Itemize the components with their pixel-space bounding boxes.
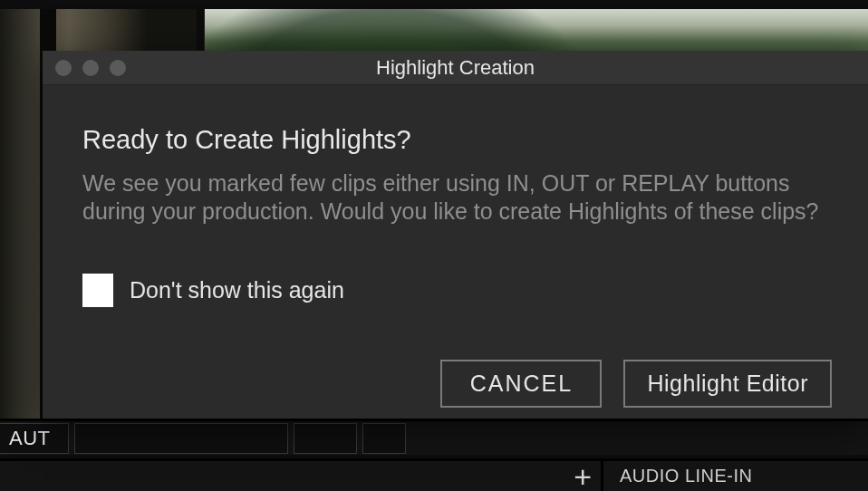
toolbar-slot-2[interactable] xyxy=(294,423,357,454)
dialog-description: We see you marked few clips either using… xyxy=(82,169,826,226)
dialog-actions: CANCEL Highlight Editor xyxy=(440,360,832,408)
cancel-button[interactable]: CANCEL xyxy=(440,360,602,408)
aut-button[interactable]: AUT xyxy=(0,423,69,454)
aut-label: AUT xyxy=(9,427,51,450)
toolbar-slot-1[interactable] xyxy=(74,423,288,454)
dialog-body: Ready to Create Highlights? We see you m… xyxy=(43,85,868,307)
dont-show-again-label: Don't show this again xyxy=(130,277,344,303)
timeline-area: + xyxy=(0,460,603,492)
minimize-icon[interactable] xyxy=(82,60,99,76)
highlight-editor-button[interactable]: Highlight Editor xyxy=(623,360,832,408)
audio-line-in-button[interactable]: AUDIO LINE-IN xyxy=(603,460,868,492)
audio-line-in-label: AUDIO LINE-IN xyxy=(620,466,753,486)
dont-show-again-checkbox[interactable] xyxy=(82,274,113,307)
dialog-titlebar: Highlight Creation xyxy=(43,51,868,85)
close-icon[interactable] xyxy=(55,60,72,76)
dont-show-again-row: Don't show this again xyxy=(82,274,826,307)
toolbar-slot-3[interactable] xyxy=(362,423,406,454)
window-controls xyxy=(55,60,126,76)
dialog-title: Highlight Creation xyxy=(43,56,868,80)
dialog-heading: Ready to Create Highlights? xyxy=(82,125,826,155)
plus-icon[interactable]: + xyxy=(574,462,592,491)
lower-toolbar: AUT xyxy=(0,419,868,455)
zoom-icon[interactable] xyxy=(110,60,126,76)
highlight-creation-dialog: Highlight Creation Ready to Create Highl… xyxy=(43,51,868,419)
lower-toolbar-2: + AUDIO LINE-IN xyxy=(0,458,868,491)
